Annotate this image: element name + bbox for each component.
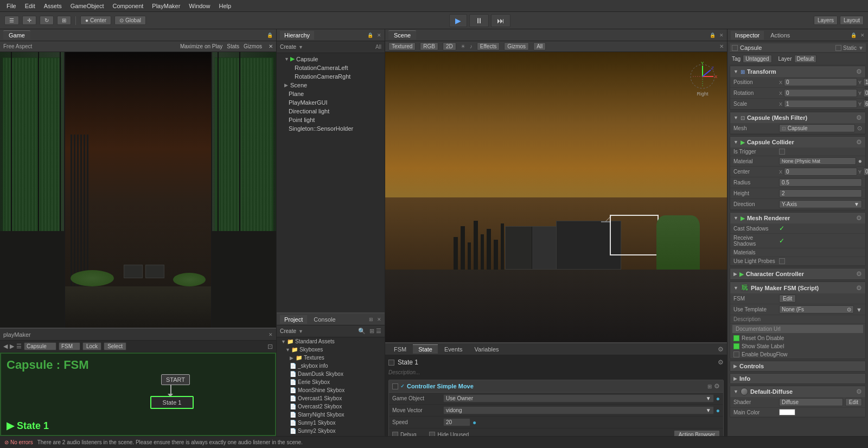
console-tab[interactable]: Console [309,315,340,324]
pm-fsm-settings-icon[interactable]: ⚙ [856,284,862,292]
action-browser-btn[interactable]: Action Browser [674,430,720,436]
cc-radius-input[interactable] [779,178,862,187]
hier-item-rotcamright[interactable]: RotationCameraRght [278,72,384,81]
pm-menu-icon[interactable]: ☰ [16,343,22,350]
action-go-dot[interactable]: ● [716,395,720,402]
step-button[interactable]: ⏭ [491,14,510,27]
move-tool-btn[interactable]: ✛ [22,16,36,25]
cc-settings-icon[interactable]: ⚙ [856,138,862,146]
proj-icons2[interactable]: ⊞ ☰ [369,328,381,335]
proj-search-icon[interactable]: 🔍 [358,328,366,335]
pm-back-icon[interactable]: ◀ [3,343,8,350]
scene-canvas[interactable]: X Y Z Right [385,52,727,342]
fsm-state-checkbox[interactable] [388,360,394,366]
mesh-filter-header[interactable]: ▼ ⊡ Capsule (Mesh Filter) ⚙ [730,112,865,123]
scene-audio-icon[interactable]: ♪ [470,43,473,49]
proj-icons[interactable]: ⊞ [369,317,373,322]
gizmos-dropdown[interactable]: Gizmos [504,42,529,50]
proj-create-btn[interactable]: Create [280,328,296,334]
pm-fsm-select[interactable]: FSM [59,342,80,350]
cc-material-dot[interactable]: ● [858,157,862,165]
rgb-dropdown[interactable]: RGB [420,42,438,50]
main-color-swatch[interactable] [779,409,795,415]
cc-cy-input[interactable] [863,168,868,176]
controls-header[interactable]: ▶ Controls [730,361,865,371]
game-lock-icon[interactable]: 🔒 [267,33,273,38]
transform-settings-icon[interactable]: ⚙ [856,68,862,75]
action-mv-dot[interactable]: ● [716,407,720,414]
menu-playmaker[interactable]: PlayMaker [148,2,184,10]
hier-all-btn[interactable]: All [375,44,381,50]
action-mv-select[interactable]: vidong ▼ [443,406,714,414]
rot-x-input[interactable] [784,89,857,97]
hier-item-capsule[interactable]: ▼ ▶ Capsule [278,54,384,63]
proj-standard-assets[interactable]: ▼ 📁 Standard Assets [277,337,385,345]
mesh-pick-icon[interactable]: ⊙ [857,125,862,132]
pm-docs-link[interactable]: Documentation Url [732,325,863,333]
transform-header[interactable]: ▼ ⊞ Transform ⚙ [730,66,865,77]
hier-item-sensor[interactable]: Singleton::SensorHolder [278,124,384,133]
hier-item-plane[interactable]: Plane [278,89,384,98]
menu-edit[interactable]: Edit [21,2,40,10]
pm-reset-checkbox[interactable] [733,335,739,341]
fsm-description[interactable]: Description... [388,369,724,375]
menu-window[interactable]: Window [184,2,214,10]
action-speed-input[interactable] [443,418,470,426]
capsule-collider-header[interactable]: ▼ ▶ Capsule Collider ⚙ [730,137,865,148]
cc-cx-input[interactable] [784,168,857,176]
hier-item-rotcamleft[interactable]: RotationCameraLeft [278,63,384,72]
action-settings-icon[interactable]: ⚙ [714,382,720,390]
playmaker-fsm-header[interactable]: ▼ 玩 Play Maker FSM (Script) ⚙ [730,282,865,293]
inspector-tab[interactable]: Inspector [731,31,764,40]
hier-close-icon[interactable]: ✕ [377,33,381,38]
fsm-tab-state[interactable]: State [413,344,438,354]
hier-create-btn[interactable]: Create [280,44,296,50]
scene-lock-icon[interactable]: 🔒 [710,33,716,38]
aspect-label[interactable]: Free Aspect [3,43,32,49]
scale-x-input[interactable] [784,100,857,108]
gizmos-label[interactable]: Gizmos [244,43,262,49]
menu-gameobject[interactable]: GameObject [66,2,108,10]
scene-tab[interactable]: Scene [388,30,416,40]
mr-lightprobes-checkbox[interactable] [779,258,785,264]
menu-file[interactable]: File [2,2,21,10]
action-go-select[interactable]: Use Owner ▼ [443,394,714,402]
scene-light-icon[interactable]: ☀ [461,43,465,49]
hier-item-dirlight[interactable]: Directional light [278,107,384,116]
fsm-state-settings-icon[interactable]: ⚙ [718,359,724,366]
pm-fit-icon[interactable]: ⊡ [267,343,273,350]
proj-sunny1[interactable]: 📄 Sunny1 Skybox [277,419,385,427]
proj-eerie[interactable]: 📄 Eerie Skybox [277,378,385,386]
proj-skyboxes[interactable]: ▼ 📁 Skyboxes [277,345,385,354]
stats-label[interactable]: Stats [227,43,239,49]
proj-sunny2[interactable]: 📄 Sunny2 Skybox [277,427,385,435]
project-tab[interactable]: Project [280,315,307,324]
hierarchy-tab[interactable]: Hierarchy [280,31,314,40]
fsm-tab-events[interactable]: Events [439,345,468,354]
inspector-close-icon[interactable]: ✕ [860,33,865,38]
mf-settings-icon[interactable]: ⚙ [856,114,862,121]
action-hide-checkbox[interactable] [429,432,435,436]
shading-dropdown[interactable]: Textured [388,42,416,50]
material-settings-icon[interactable]: ⚙ [856,388,862,395]
pause-button[interactable]: ⏸ [469,14,489,27]
pm-state-box[interactable]: State 1 [150,396,194,409]
hier-lock-icon[interactable]: 🔒 [367,33,373,38]
shader-edit-btn[interactable]: Edit [845,398,862,406]
rotate-tool-btn[interactable]: ↻ [40,16,54,25]
transform-btn[interactable]: ⊙ Global [114,16,146,25]
pm-lock-btn[interactable]: Lock [82,342,101,350]
cc-direction-select[interactable]: Y-Axis ▼ [779,200,862,208]
info-header[interactable]: ▶ Info [730,374,865,383]
menu-component[interactable]: Component [108,2,148,10]
scene-close2-icon[interactable]: ✕ [719,43,724,49]
proj-overcast2[interactable]: 📄 Overcast2 Skybox [277,402,385,411]
pivot-btn[interactable]: ● Center [80,16,111,25]
cc-header-settings-icon[interactable]: ⚙ [856,270,862,278]
tag-select[interactable]: Untagged [743,55,771,63]
static-checkbox[interactable] [835,45,841,51]
char-controller-header[interactable]: ▶ ▶ Character Controller ⚙ [730,268,865,279]
hier-item-pmgui[interactable]: PlayMakerGUI [278,98,384,107]
scene-close-icon[interactable]: ✕ [719,33,724,38]
proj-starrynight[interactable]: 📄 StarryNight Skybox [277,411,385,419]
